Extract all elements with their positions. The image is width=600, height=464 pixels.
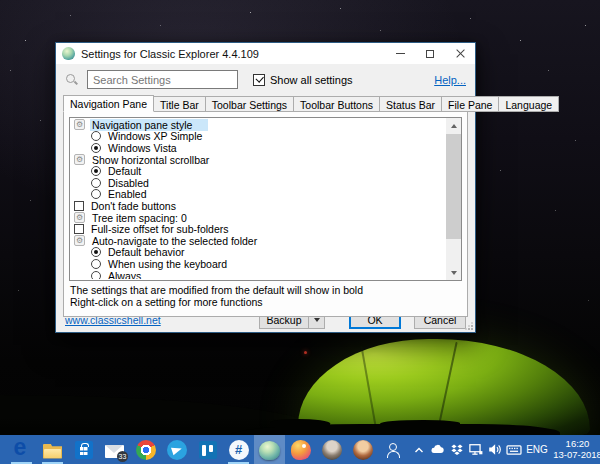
tent-pole — [360, 346, 377, 433]
taskbar-people[interactable] — [378, 435, 409, 464]
show-all-settings-label: Show all settings — [270, 74, 353, 86]
scrollbar-thumb[interactable] — [446, 134, 461, 239]
language-indicator[interactable]: ENG — [523, 435, 551, 464]
maximize-button[interactable] — [415, 43, 445, 64]
scroll-down-button[interactable] — [446, 265, 461, 280]
resize-grip[interactable] — [465, 322, 473, 330]
tab-toolbar-buttons[interactable]: Toolbar Buttons — [293, 96, 380, 112]
volume-icon[interactable] — [485, 435, 504, 464]
setting-group-icon: ⚙ — [74, 154, 85, 165]
radio-unchecked[interactable] — [91, 259, 101, 269]
setting-label: Don't fade buttons — [89, 200, 178, 212]
taskbar: 33 ENG 16:20 13-07-2018 — [0, 435, 600, 464]
minimize-icon — [396, 53, 405, 54]
setting-row[interactable]: Always — [72, 270, 444, 279]
show-hidden-chevron-icon[interactable] — [409, 435, 428, 464]
show-all-settings-toggle[interactable]: Show all settings — [253, 74, 353, 86]
system-tray: ENG 16:20 13-07-2018 — [409, 435, 600, 464]
tab-bar: Navigation PaneTitle BarToolbar Settings… — [56, 95, 475, 112]
setting-row[interactable]: ⚙Show horizontal scrollbar — [72, 154, 444, 166]
people-icon — [385, 441, 403, 459]
setting-row[interactable]: Disabled — [72, 177, 444, 189]
network-icon[interactable] — [466, 435, 485, 464]
taskbar-hashtag-app[interactable] — [223, 435, 254, 464]
touch-keyboard-icon[interactable] — [504, 435, 523, 464]
scrollbar[interactable] — [446, 118, 461, 280]
scroll-up-button[interactable] — [446, 118, 461, 133]
taskbar-paint-3d[interactable] — [285, 435, 316, 464]
taskbar-classic-shell[interactable] — [254, 435, 285, 464]
taskbar-edge[interactable] — [6, 435, 37, 464]
search-input[interactable] — [87, 70, 238, 89]
tab-title-bar[interactable]: Title Bar — [153, 96, 206, 112]
setting-row[interactable]: ⚙Tree item spacing: 0 — [72, 212, 444, 224]
onedrive-cloud-icon[interactable] — [428, 435, 447, 464]
help-link[interactable]: Help... — [434, 74, 466, 86]
tab-page: ⚙Navigation pane styleWindows XP SimpleW… — [63, 111, 468, 317]
taskbar-avatar-2[interactable] — [347, 435, 378, 464]
store-icon — [75, 441, 93, 459]
setting-label: When using the keyboard — [106, 258, 229, 270]
setting-label: Windows Vista — [106, 142, 179, 154]
taskbar-mail[interactable]: 33 — [99, 435, 130, 464]
radio-unchecked[interactable] — [91, 178, 101, 188]
setting-label: Show horizontal scrollbar — [90, 154, 211, 166]
radio-checked[interactable] — [91, 166, 101, 176]
desktop: Settings for Classic Explorer 4.4.109 Sh… — [0, 0, 600, 464]
trello-icon — [199, 441, 217, 459]
taskbar-chrome[interactable] — [130, 435, 161, 464]
footnote-line-1: The settings that are modified from the … — [70, 285, 363, 297]
setting-row[interactable]: ⚙Navigation pane style — [72, 119, 444, 131]
titlebar[interactable]: Settings for Classic Explorer 4.4.109 — [56, 43, 475, 64]
setting-row[interactable]: ⚙Auto-navigate to the selected folder — [72, 235, 444, 247]
taskbar-avatar-1[interactable] — [316, 435, 347, 464]
hashtag-app-icon — [229, 440, 249, 460]
scroll-down-icon — [451, 271, 457, 275]
setting-row[interactable]: Windows Vista — [72, 142, 444, 154]
setting-group-icon: ⚙ — [74, 212, 85, 223]
tab-status-bar[interactable]: Status Bar — [379, 96, 442, 112]
minimize-button[interactable] — [385, 43, 415, 64]
setting-label: Auto-navigate to the selected folder — [90, 235, 259, 247]
dropbox-icon[interactable] — [447, 435, 466, 464]
tab-toolbar-settings[interactable]: Toolbar Settings — [205, 96, 294, 112]
close-button[interactable] — [445, 43, 475, 64]
setting-group-icon: ⚙ — [74, 235, 85, 246]
radio-unchecked[interactable] — [91, 189, 101, 199]
tab-navigation-pane[interactable]: Navigation Pane — [63, 95, 154, 112]
taskbar-telegram[interactable] — [161, 435, 192, 464]
radio-checked[interactable] — [91, 247, 101, 257]
setting-row[interactable]: Don't fade buttons — [72, 200, 444, 212]
avatar-2-icon — [353, 440, 373, 460]
chevron-down-icon — [314, 318, 320, 322]
taskbar-store[interactable] — [68, 435, 99, 464]
wallpaper-stars — [0, 0, 1, 1]
setting-row[interactable]: Full-size offset for sub-folders — [72, 223, 444, 235]
chrome-icon — [136, 440, 156, 460]
tab-file-pane[interactable]: File Pane — [441, 96, 499, 112]
taskbar-trello[interactable] — [192, 435, 223, 464]
radio-checked[interactable] — [91, 143, 101, 153]
setting-group-icon: ⚙ — [74, 119, 85, 130]
setting-label: Always — [106, 270, 143, 279]
setting-label: Full-size offset for sub-folders — [89, 223, 231, 235]
clock-date: 13-07-2018 — [551, 450, 600, 461]
taskbar-file-explorer[interactable] — [37, 435, 68, 464]
taskbar-clock[interactable]: 16:20 13-07-2018 — [551, 439, 600, 460]
show-all-settings-checkbox[interactable] — [253, 74, 265, 86]
tent-red-light — [304, 351, 307, 354]
radio-unchecked[interactable] — [91, 131, 101, 141]
classic-shell-icon — [259, 441, 280, 460]
radio-unchecked[interactable] — [91, 271, 101, 279]
setting-row[interactable]: Windows XP Simple — [72, 131, 444, 143]
setting-row[interactable]: Default — [72, 165, 444, 177]
tab-language[interactable]: Language — [498, 96, 559, 112]
setting-row[interactable]: Default behavior — [72, 247, 444, 259]
checkbox-unchecked[interactable] — [74, 201, 84, 211]
setting-row[interactable]: When using the keyboard — [72, 258, 444, 270]
setting-row[interactable]: Enabled — [72, 189, 444, 201]
setting-label: Windows XP Simple — [106, 130, 204, 142]
telegram-icon — [167, 440, 187, 460]
setting-label: Tree item spacing: 0 — [90, 212, 189, 224]
checkbox-unchecked[interactable] — [74, 224, 84, 234]
